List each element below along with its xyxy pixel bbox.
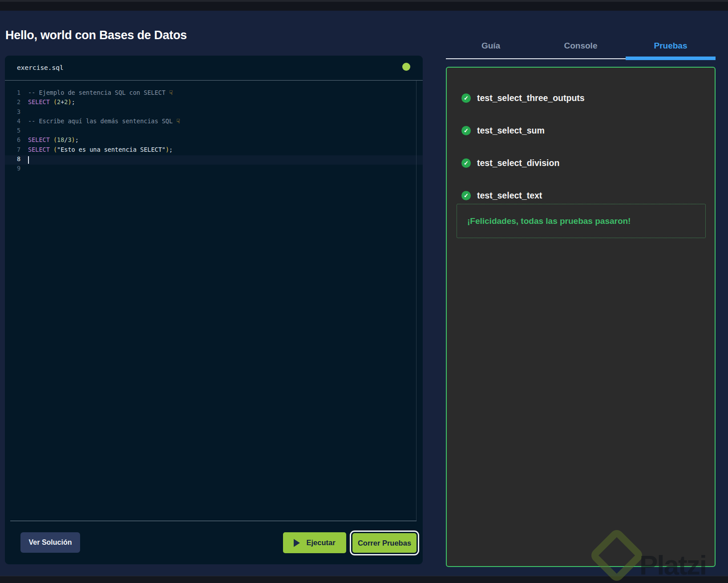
active-tab-indicator [626,57,716,60]
code-line: 2SELECT (2+2); [5,98,423,108]
editor-filename: exercise.sql [17,64,64,71]
run-tests-button[interactable]: Correr Pruebas [352,533,417,553]
text-cursor [28,156,29,164]
code-line: 4-- Escribe aquí las demás sentencias SQ… [5,117,423,127]
run-button-label: Ejecutar [306,538,335,547]
test-result-item: ✓test_select_division [461,153,585,173]
view-solution-button[interactable]: Ver Solución [20,532,80,553]
tab-guia[interactable]: Guía [446,37,536,58]
run-button[interactable]: Ejecutar [283,532,346,553]
code-line-text: -- Ejemplo de sentencia SQL con SELECT ☟ [28,89,173,96]
top-bar [0,0,728,11]
right-panel-tabs: GuíaConsolePruebas [446,37,716,58]
line-number: 6 [17,136,28,143]
test-name: test_select_division [477,158,559,168]
line-number: 9 [17,165,28,172]
code-line: 1-- Ejemplo de sentencia SQL con SELECT … [5,89,423,98]
tests-list: ✓test_select_three_outputs✓test_select_s… [461,88,585,218]
success-message-box: ¡Felicidades, todas las pruebas pasaron! [457,204,706,238]
line-number: 1 [17,89,28,96]
code-line: 6SELECT (18/3); [5,136,423,146]
editor-panel: exercise.sql 1-- Ejemplo de sentencia SQ… [5,56,423,564]
code-line: 7SELECT ("Esto es una sentencia SELECT")… [5,146,423,155]
check-icon: ✓ [461,191,471,200]
page-title: Hello, world con Bases de Datos [5,28,187,42]
test-result-item: ✓test_select_three_outputs [461,88,585,108]
code-line-text: SELECT (18/3); [28,136,79,143]
editor-scrollbar[interactable] [416,81,417,521]
tab-console[interactable]: Console [536,37,626,58]
tests-results-panel: ✓test_select_three_outputs✓test_select_s… [446,67,716,567]
line-number: 8 [17,155,28,162]
check-icon: ✓ [461,93,471,103]
check-icon: ✓ [461,158,471,168]
test-name: test_select_text [477,190,542,201]
line-number: 2 [17,98,28,105]
saved-status-dot-icon [402,63,410,71]
check-icon: ✓ [461,126,471,135]
code-editor[interactable]: 1-- Ejemplo de sentencia SQL con SELECT … [5,81,423,521]
test-result-item: ✓test_select_text [461,186,585,206]
code-line: 5 [5,127,423,136]
platzi-watermark-text: Platzi [639,549,706,581]
line-number: 3 [17,108,28,115]
line-number: 4 [17,117,28,125]
line-number: 5 [17,127,28,134]
editor-footer-divider [10,521,417,521]
code-line-text: SELECT (2+2); [28,98,75,105]
code-line-text: -- Escribe aquí las demás sentencias SQL… [28,117,180,125]
code-line-text: SELECT ("Esto es una sentencia SELECT"); [28,146,173,153]
success-message: ¡Felicidades, todas las pruebas pasaron! [467,216,631,226]
test-result-item: ✓test_select_sum [461,121,585,141]
code-line: 3 [5,108,423,117]
play-icon [294,539,300,547]
code-line: 8 [5,155,423,165]
editor-header: exercise.sql [5,56,423,80]
test-name: test_select_three_outputs [477,93,585,103]
code-line: 9 [5,165,423,174]
tab-pruebas[interactable]: Pruebas [626,37,716,58]
test-name: test_select_sum [477,126,545,136]
line-number: 7 [17,146,28,153]
